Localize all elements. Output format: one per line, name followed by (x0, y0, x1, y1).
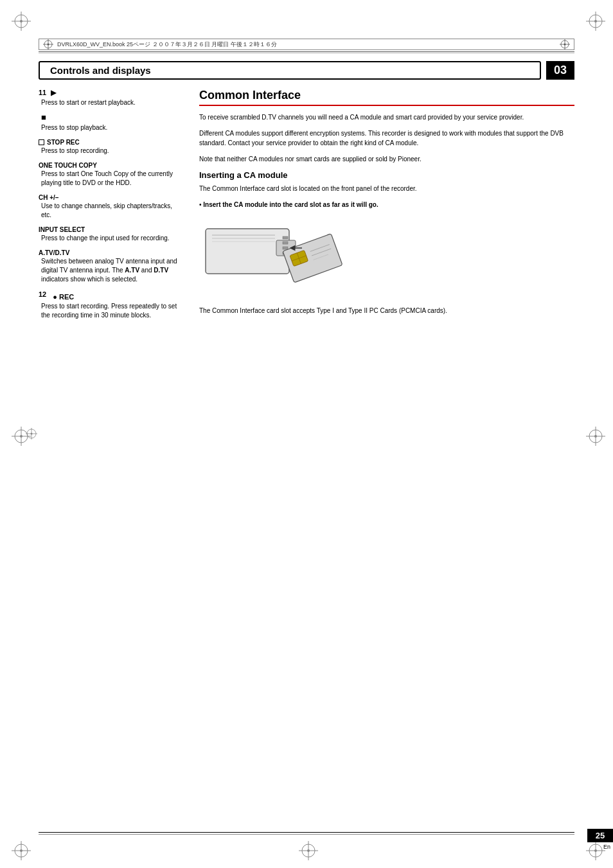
ci-para3: Note that neither CA modules nor smart c… (199, 154, 574, 164)
svg-point-3 (20, 20, 22, 22)
post-diagram-text: The Common Interface card slot accepts T… (199, 306, 574, 315)
svg-point-31 (48, 44, 49, 46)
atv-label: A.TV/D.TV (39, 249, 69, 256)
bottom-line (39, 832, 574, 833)
reg-mark-tr (586, 12, 601, 27)
section-title-bar: Controls and displays 03 (39, 61, 574, 80)
stop-rec-label: STOP REC (47, 139, 80, 146)
svg-rect-43 (283, 247, 288, 249)
one-touch-heading: ONE TOUCH COPY (39, 162, 180, 169)
header-line-bottom (39, 53, 574, 53)
input-select-label: INPUT SELECT (39, 226, 85, 233)
atv-desc2: and (139, 267, 154, 274)
svg-point-35 (564, 44, 566, 46)
item-11-symbol2: ■ (39, 112, 180, 122)
chapter-number: 03 (546, 61, 574, 80)
input-select-block: INPUT SELECT Press to change the input u… (39, 226, 180, 243)
atv-block: A.TV/D.TV Switches between analog TV ant… (39, 249, 180, 284)
ch-desc: Use to change channels, skip chapters/tr… (39, 202, 180, 220)
header-crosshair-left (43, 39, 53, 49)
header-crosshair-right (560, 39, 570, 49)
mid-left-crosshair (26, 428, 37, 441)
atv-desc: Switches between analog TV antenna input… (39, 257, 180, 284)
inserting-title: Inserting a CA module (199, 170, 574, 180)
header-strip: DVRLX60D_WV_EN.book 25ページ ２００７年３月２６日 月曜日… (39, 39, 574, 50)
svg-rect-41 (283, 236, 288, 239)
one-touch-label: ONE TOUCH COPY (39, 162, 97, 169)
content-area: Controls and displays 03 11 ▶ Press to s… (39, 61, 574, 817)
ch-block: CH +/– Use to change channels, skip chap… (39, 194, 180, 220)
reg-mark-ml (12, 427, 27, 442)
svg-point-27 (307, 849, 310, 852)
item-12-symbol: ● REC (51, 293, 74, 301)
reg-mark-br (586, 841, 601, 856)
svg-rect-42 (283, 242, 288, 244)
left-column: 11 ▶ Press to start or restart playback.… (39, 89, 180, 326)
bullet-text: Insert the CA module into the card slot … (203, 201, 378, 208)
bottom-line2 (39, 834, 574, 835)
section-title: Controls and displays (39, 61, 541, 80)
inserting-para: The Common Interface card slot is locate… (199, 184, 574, 193)
svg-point-56 (31, 432, 33, 434)
reg-mark-bm (299, 841, 314, 856)
stop-rec-desc: Press to stop recording. (39, 146, 180, 155)
atv-desc3: indicators show which is selected. (41, 276, 138, 283)
item-12-block: 12 ● REC Press to start recording. Press… (39, 290, 180, 320)
ci-bullet: • Insert the CA module into the card slo… (199, 200, 574, 209)
page-lang: En (603, 844, 610, 850)
right-column: Common Interface To receive scrambled D.… (199, 89, 574, 326)
stop-rec-heading: STOP REC (39, 139, 180, 146)
reg-mark-bl (12, 841, 27, 856)
input-select-desc: Press to change the input used for recor… (39, 234, 180, 243)
atv-bold1: A.TV (125, 267, 139, 274)
checkbox-icon (39, 139, 44, 145)
page-number-box: 25 (587, 829, 613, 842)
page-number: 25 (596, 831, 605, 840)
item-11-desc1: Press to start or restart playback. (39, 98, 180, 107)
header-file-info: DVRLX60D_WV_EN.book 25ページ ２００７年３月２６日 月曜日… (57, 40, 277, 49)
reg-mark-tl (12, 12, 27, 27)
item-11-block: 11 ▶ Press to start or restart playback.… (39, 89, 180, 132)
reg-mark-mr (586, 427, 601, 442)
item-11-desc2: Press to stop playback. (39, 123, 180, 132)
ci-para1: To receive scrambled D.TV channels you w… (199, 112, 574, 122)
svg-point-15 (594, 849, 597, 852)
item-12-num: 12 ● REC (39, 290, 180, 301)
atv-bold2: D.TV (154, 267, 168, 274)
ci-title: Common Interface (199, 89, 574, 106)
atv-heading: A.TV/D.TV (39, 249, 180, 256)
one-touch-desc: Press to start One Touch Copy of the cur… (39, 170, 180, 188)
item-11-symbol: ▶ (51, 89, 56, 96)
input-select-heading: INPUT SELECT (39, 226, 180, 233)
two-col-layout: 11 ▶ Press to start or restart playback.… (39, 89, 574, 326)
ci-para2: Different CA modules support different e… (199, 128, 574, 148)
stop-rec-block: STOP REC Press to stop recording. (39, 139, 180, 155)
item-12-desc: Press to start recording. Press repeated… (39, 302, 180, 320)
ch-heading: CH +/– (39, 194, 180, 201)
header-line-top (39, 51, 574, 52)
item-11-num: 11 ▶ (39, 89, 180, 97)
svg-point-11 (20, 849, 22, 852)
one-touch-block: ONE TOUCH COPY Press to start One Touch … (39, 162, 180, 188)
svg-point-23 (594, 435, 597, 438)
svg-point-19 (20, 435, 22, 438)
rec-label: ● REC (53, 293, 74, 301)
card-diagram (199, 216, 574, 301)
ch-label: CH +/– (39, 194, 58, 201)
card-diagram-svg (199, 216, 347, 299)
svg-point-7 (594, 20, 597, 22)
